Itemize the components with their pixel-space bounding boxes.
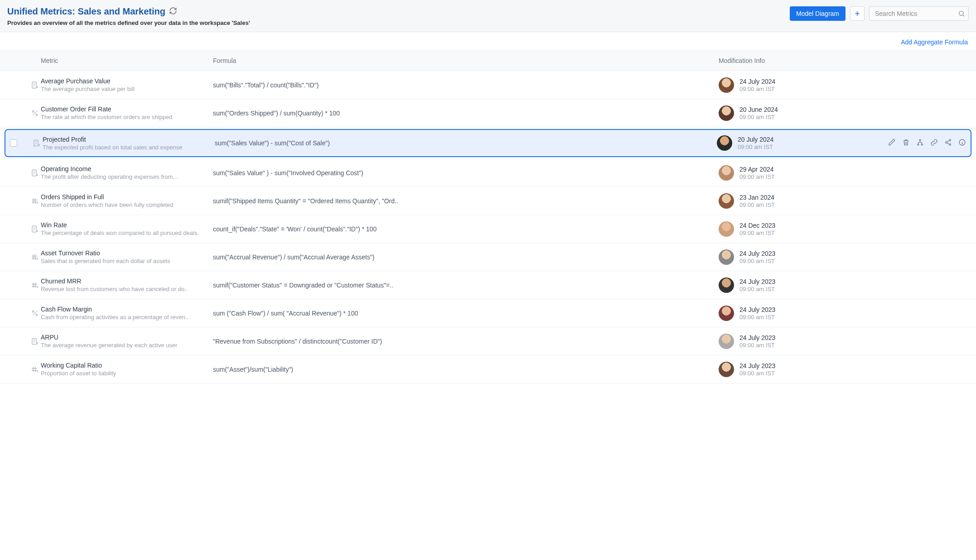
metric-description: The expected profit based on total sales… bbox=[43, 144, 215, 151]
page-title: Unified Metrics: Sales and Marketing bbox=[7, 6, 165, 17]
modified-date: 23 Jan 2024 bbox=[739, 194, 775, 201]
modified-date: 29 Apr 2024 bbox=[739, 166, 775, 173]
modified-date: 24 July 2023 bbox=[739, 250, 775, 257]
modified-date: 24 July 2023 bbox=[739, 306, 775, 313]
metric-description: Sales that is generated from each dollar… bbox=[41, 258, 213, 264]
metric-type-icon bbox=[29, 253, 41, 261]
svg-point-2 bbox=[918, 144, 919, 145]
metric-description: The average revenue generated by each ac… bbox=[41, 342, 213, 349]
modified-time: 09:00 am IST bbox=[739, 342, 775, 349]
modified-date: 24 July 2024 bbox=[739, 78, 775, 85]
metric-description: Revenue lost from customers who have can… bbox=[41, 286, 213, 292]
metric-formula: sum ("Cash Flow") / sum( "Accrual Revenu… bbox=[213, 310, 719, 317]
avatar bbox=[719, 334, 734, 349]
edit-icon[interactable] bbox=[888, 139, 896, 148]
modified-date: 24 July 2023 bbox=[739, 334, 775, 341]
header-actions: Model Diagram bbox=[790, 6, 969, 21]
metric-type-icon bbox=[29, 109, 41, 117]
svg-point-6 bbox=[949, 144, 951, 146]
svg-point-5 bbox=[945, 142, 947, 144]
link-icon[interactable] bbox=[930, 139, 938, 148]
table-row[interactable]: Win RateThe percentage of deals won comp… bbox=[0, 215, 976, 243]
table-row[interactable]: ARPUThe average revenue generated by eac… bbox=[0, 327, 976, 355]
metric-formula: "Revenue from Subscriptions" / distinctc… bbox=[213, 338, 719, 345]
svg-point-4 bbox=[949, 139, 951, 141]
metric-type-icon bbox=[31, 139, 43, 147]
col-header-formula: Formula bbox=[213, 57, 719, 64]
metric-description: The rate at which the customer orders ar… bbox=[41, 114, 213, 120]
modified-time: 09:00 am IST bbox=[739, 230, 775, 236]
metric-name: Customer Order Fill Rate bbox=[41, 105, 213, 113]
avatar bbox=[719, 278, 734, 293]
metric-name: Orders Shipped in Full bbox=[41, 193, 213, 201]
table-row[interactable]: Cash Flow MarginCash from operating acti… bbox=[0, 299, 976, 327]
avatar bbox=[719, 221, 734, 237]
add-aggregate-formula-link[interactable]: Add Aggregate Formula bbox=[901, 38, 968, 46]
metric-name: Average Purchase Value bbox=[41, 77, 213, 85]
table-row[interactable]: Projected ProfitThe expected profit base… bbox=[5, 129, 971, 157]
metric-type-icon bbox=[29, 365, 41, 373]
modified-time: 09:00 am IST bbox=[739, 370, 775, 377]
svg-point-3 bbox=[921, 144, 923, 145]
info-icon[interactable] bbox=[958, 139, 966, 148]
avatar bbox=[719, 362, 734, 377]
table-row[interactable]: Orders Shipped in FullNumber of orders w… bbox=[0, 187, 976, 215]
search-wrap bbox=[869, 6, 969, 21]
page-subtitle: Provides an overview of all the metrics … bbox=[7, 19, 250, 26]
table-row[interactable]: Average Purchase ValueThe average purcha… bbox=[0, 71, 976, 99]
hierarchy-icon[interactable] bbox=[916, 139, 924, 148]
metric-type-icon bbox=[29, 281, 41, 289]
metric-formula: sum("Bills"."Total") / count("Bills"."ID… bbox=[213, 81, 719, 89]
table-row[interactable]: Customer Order Fill RateThe rate at whic… bbox=[0, 99, 976, 127]
add-button[interactable] bbox=[850, 6, 865, 21]
metric-name: Projected Profit bbox=[43, 136, 215, 143]
metric-description: The profit after deducting operating exp… bbox=[41, 173, 213, 180]
search-input[interactable] bbox=[869, 6, 969, 21]
metric-formula: sum("Sales Value" ) - sum("Involved Oper… bbox=[213, 169, 719, 177]
avatar bbox=[719, 165, 734, 181]
metric-description: Cash from operating activities as a perc… bbox=[41, 314, 213, 321]
row-checkbox[interactable] bbox=[10, 139, 17, 147]
metric-type-icon bbox=[29, 169, 41, 177]
metric-formula: sum("Sales Value") - sum("Cost of Sale") bbox=[215, 139, 717, 147]
table-header: Metric Formula Modification Info bbox=[0, 50, 976, 71]
metric-name: Asset Turnover Ratio bbox=[41, 249, 213, 257]
metric-type-icon bbox=[29, 225, 41, 233]
modified-time: 09:00 am IST bbox=[738, 144, 773, 150]
col-header-metric: Metric bbox=[41, 57, 213, 64]
refresh-icon[interactable] bbox=[169, 7, 177, 16]
table-row[interactable]: Working Capital RatioProportion of asset… bbox=[0, 355, 976, 383]
delete-icon[interactable] bbox=[902, 139, 910, 148]
avatar bbox=[719, 193, 734, 209]
modified-time: 09:00 am IST bbox=[739, 258, 775, 264]
share-icon[interactable] bbox=[944, 139, 952, 148]
table-row[interactable]: Operating IncomeThe profit after deducti… bbox=[0, 159, 976, 187]
metric-name: Cash Flow Margin bbox=[41, 306, 213, 313]
metric-name: ARPU bbox=[41, 334, 213, 341]
svg-point-0 bbox=[959, 11, 963, 15]
avatar bbox=[719, 249, 734, 265]
model-diagram-button[interactable]: Model Diagram bbox=[790, 6, 846, 21]
table-row[interactable]: Churned MRRRevenue lost from customers w… bbox=[0, 271, 976, 299]
page-header: Unified Metrics: Sales and Marketing Pro… bbox=[0, 0, 976, 32]
col-header-modification: Modification Info bbox=[719, 57, 882, 64]
metric-type-icon bbox=[29, 197, 41, 205]
modified-date: 20 July 2024 bbox=[738, 136, 773, 143]
modified-time: 09:00 am IST bbox=[739, 173, 775, 180]
metric-name: Churned MRR bbox=[41, 278, 213, 285]
metric-type-icon bbox=[29, 309, 41, 317]
svg-point-1 bbox=[919, 139, 921, 141]
avatar bbox=[719, 105, 734, 121]
table-row[interactable]: Asset Turnover RatioSales that is genera… bbox=[0, 243, 976, 271]
metric-name: Working Capital Ratio bbox=[41, 362, 213, 369]
metric-formula: sum("Orders Shipped") / sum(Quantity) * … bbox=[213, 110, 719, 117]
modified-date: 24 Dec 2023 bbox=[739, 222, 775, 229]
metric-formula: count_if("Deals"."State" = 'Won' / count… bbox=[213, 225, 719, 233]
modified-time: 09:00 am IST bbox=[739, 201, 775, 208]
avatar bbox=[719, 77, 734, 93]
metric-formula: sumif("Shipped Items Quantity" = "Ordere… bbox=[213, 197, 719, 205]
toolbar: Add Aggregate Formula bbox=[0, 32, 976, 50]
metric-formula: sum("Asset")/sum("Liability") bbox=[213, 366, 719, 373]
metric-type-icon bbox=[29, 337, 41, 345]
table-body: Average Purchase ValueThe average purcha… bbox=[0, 71, 976, 383]
